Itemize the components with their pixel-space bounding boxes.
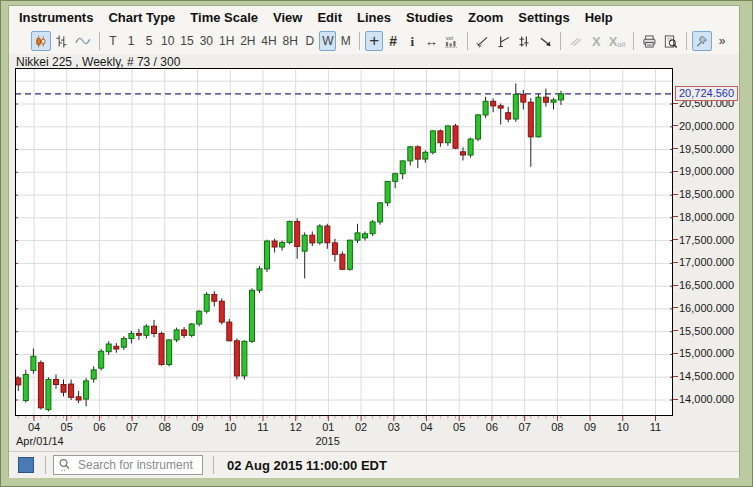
price-axis-value: 16,500.000 <box>679 279 734 291</box>
toolbar-overflow-button[interactable]: » <box>713 31 731 51</box>
chart-title: Nikkei 225 , Weekly, # 73 / 300 <box>16 55 180 69</box>
menu-studies[interactable]: Studies <box>406 10 453 25</box>
line-chart-icon <box>75 35 91 47</box>
timeframe-1H-button[interactable]: 1H <box>217 31 237 51</box>
line-chart-button[interactable] <box>72 31 94 51</box>
price-axis-label: 18,500.000 <box>673 188 734 200</box>
menu-instruments[interactable]: Instruments <box>19 10 93 25</box>
pin-button[interactable] <box>692 31 712 51</box>
axis-tick <box>673 216 678 217</box>
pin-icon <box>695 34 709 49</box>
time-axis: Apr/01/14 2015 0405060708091011120102030… <box>15 416 673 450</box>
menu-chart-type[interactable]: Chart Type <box>108 10 175 25</box>
axis-tick <box>673 376 678 377</box>
axis-tick <box>673 103 678 104</box>
ray-icon <box>497 34 511 49</box>
price-axis-value: 18,500.000 <box>679 188 734 200</box>
parallel-lines-button <box>566 31 586 51</box>
info-button[interactable]: i <box>403 31 421 51</box>
toolbar: T151015301H2H4H8HDWM+#i↔volXXall» <box>9 28 739 55</box>
time-axis-label: 11 <box>642 421 668 433</box>
menu-time-scale[interactable]: Time Scale <box>190 10 258 25</box>
timeframe-2H-button[interactable]: 2H <box>238 31 258 51</box>
timeframe-1-button[interactable]: 1 <box>122 31 139 51</box>
trendline-icon <box>476 34 490 49</box>
timeframe-8H-button[interactable]: 8H <box>280 31 300 51</box>
arrow-line-button[interactable] <box>536 31 556 51</box>
separator <box>359 32 360 50</box>
separator <box>213 456 214 474</box>
price-axis-label: 16,000.000 <box>673 302 734 314</box>
status-timestamp: 02 Aug 2015 11:00:00 EDT <box>227 458 387 473</box>
time-axis-label: 11 <box>250 421 276 433</box>
menu-settings[interactable]: Settings <box>518 10 569 25</box>
price-axis-value: 17,500.000 <box>679 234 734 246</box>
price-axis-value: 14,000.000 <box>679 393 734 405</box>
timeframe-4H-button[interactable]: 4H <box>259 31 279 51</box>
candlestick-chart-canvas[interactable] <box>15 68 673 416</box>
price-axis-label: 19,000.000 <box>673 165 734 177</box>
timeframe-15-button[interactable]: 15 <box>178 31 196 51</box>
axis-start-date-label: Apr/01/14 <box>16 435 64 447</box>
price-axis-value: 18,000.000 <box>679 211 734 223</box>
parallel-channel-button[interactable] <box>515 31 535 51</box>
price-axis-label: 17,000.000 <box>673 256 734 268</box>
search-input[interactable] <box>53 455 203 475</box>
menu-lines[interactable]: Lines <box>357 10 391 25</box>
menu-zoom[interactable]: Zoom <box>468 10 503 25</box>
ohlc-bars-icon <box>55 34 68 49</box>
timeframe-10-button[interactable]: 10 <box>158 31 176 51</box>
status-app-icon[interactable] <box>18 457 34 473</box>
status-bar: 02 Aug 2015 11:00:00 EDT <box>9 451 739 478</box>
price-axis-label: 15,000.000 <box>673 347 734 359</box>
price-axis-value: 19,000.000 <box>679 165 734 177</box>
timeframe-30-button[interactable]: 30 <box>197 31 215 51</box>
delete-all-lines-button: Xall <box>606 31 627 51</box>
print-button[interactable] <box>639 31 660 51</box>
axis-tick <box>673 239 678 240</box>
menu-edit[interactable]: Edit <box>317 10 342 25</box>
time-axis-label: 04 <box>414 421 440 433</box>
price-axis-label: 18,000.000 <box>673 211 734 223</box>
print-preview-button[interactable] <box>660 31 681 51</box>
info-icon: i <box>410 35 414 48</box>
separator <box>686 32 687 50</box>
time-axis-label: 07 <box>119 421 145 433</box>
price-axis-value: 17,000.000 <box>679 256 734 268</box>
price-axis-label: 20,000.000 <box>673 120 734 132</box>
menu-help[interactable]: Help <box>585 10 613 25</box>
price-axis-label: 16,500.000 <box>673 279 734 291</box>
separator <box>633 32 634 50</box>
price-axis-label: 14,000.000 <box>673 393 734 405</box>
trendline-button[interactable] <box>473 31 493 51</box>
axis-tick <box>673 194 678 195</box>
time-axis-label: 03 <box>381 421 407 433</box>
separator <box>45 456 46 474</box>
grid-button[interactable]: # <box>384 31 402 51</box>
delete-all-lines-icon: X <box>609 35 618 48</box>
ray-button[interactable] <box>494 31 514 51</box>
time-axis-label: 05 <box>54 421 80 433</box>
timeframe-W-button[interactable]: W <box>319 31 336 51</box>
axis-tick <box>673 353 678 354</box>
parallel-channel-icon <box>518 34 532 49</box>
delete-line-icon: X <box>592 35 601 48</box>
price-axis-label: 19,500.000 <box>673 143 734 155</box>
menu-view[interactable]: View <box>273 10 302 25</box>
time-axis-label: 08 <box>152 421 178 433</box>
expand-horizontal-button[interactable]: ↔ <box>422 31 440 51</box>
volume-button[interactable]: vol <box>441 31 462 51</box>
axis-tick <box>673 330 678 331</box>
ohlc-chart-button[interactable] <box>52 31 71 51</box>
price-axis-value: 16,000.000 <box>679 302 734 314</box>
svg-text:vol: vol <box>446 35 453 41</box>
candlestick-chart-button[interactable] <box>31 31 51 51</box>
timeframe-5-button[interactable]: 5 <box>140 31 157 51</box>
crosshair-button[interactable]: + <box>365 31 383 51</box>
grid-icon: # <box>389 34 397 48</box>
timeframe-T-button[interactable]: T <box>104 31 121 51</box>
timeframe-M-button[interactable]: M <box>337 31 354 51</box>
timeframe-D-button[interactable]: D <box>301 31 318 51</box>
parallel-lines-icon <box>569 35 583 48</box>
instrument-search <box>53 455 203 475</box>
